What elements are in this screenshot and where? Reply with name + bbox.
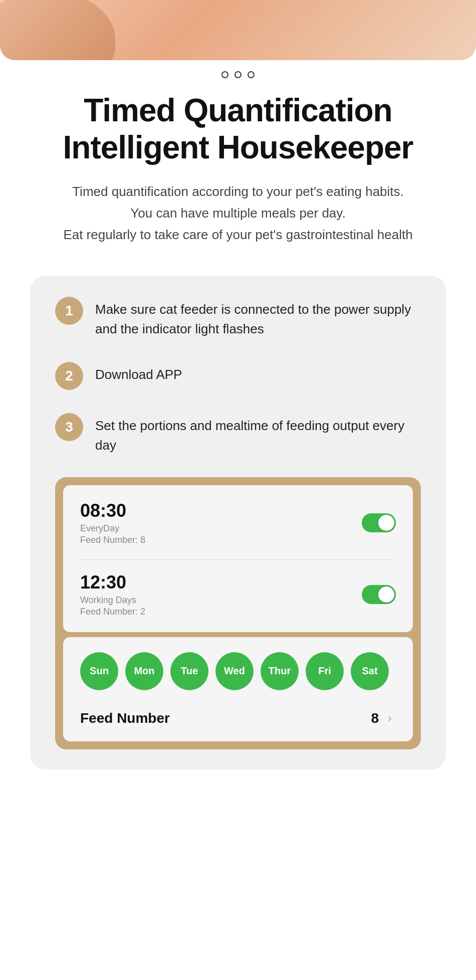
dots-indicator (0, 60, 476, 87)
day-wed[interactable]: Wed (215, 652, 254, 690)
schedule-entry-2-info: 12:30 Working Days Feed Number: 2 (80, 572, 362, 617)
step-2-text: Download APP (95, 361, 182, 384)
schedule-entry-1: 08:30 EveryDay Feed Number: 8 (80, 500, 396, 545)
step-3-circle: 3 (55, 413, 83, 441)
step-1: 1 Make sure cat feeder is connected to t… (55, 296, 421, 339)
schedule-entry-1-info: 08:30 EveryDay Feed Number: 8 (80, 500, 362, 545)
main-card: 1 Make sure cat feeder is connected to t… (30, 276, 446, 769)
schedule-divider (80, 559, 396, 560)
schedule-entry-2-time: 12:30 (80, 572, 362, 593)
feed-number-value-row: 8 › (371, 710, 396, 726)
schedule-entry-1-time: 08:30 (80, 500, 362, 521)
hero-title: Timed Quantification Intelligent Houseke… (30, 92, 446, 166)
dot-2 (234, 71, 242, 78)
day-thur[interactable]: Thur (261, 652, 299, 690)
dot-1 (221, 71, 228, 78)
top-hero-image (0, 0, 476, 60)
schedule-entry-2-toggle[interactable] (362, 585, 396, 604)
feed-number-label: Feed Number (80, 710, 170, 726)
days-row: Sun Mon Tue Wed Thur Fri Sat (80, 652, 396, 690)
day-mon[interactable]: Mon (125, 652, 163, 690)
dot-3 (248, 71, 255, 78)
step-1-circle: 1 (55, 297, 83, 325)
toggle-1-knob (378, 515, 394, 531)
schedule-entry-1-repeat: EveryDay (80, 523, 362, 534)
step-2: 2 Download APP (55, 361, 421, 390)
hero-section: Timed Quantification Intelligent Houseke… (0, 87, 476, 261)
chevron-right-icon: › (384, 712, 396, 724)
schedule-entry-1-feed: Feed Number: 8 (80, 535, 362, 545)
schedule-outer-card: 08:30 EveryDay Feed Number: 8 12:30 Work… (55, 477, 421, 749)
days-feed-card: Sun Mon Tue Wed Thur Fri Sat (63, 637, 413, 741)
day-tue[interactable]: Tue (170, 652, 208, 690)
step-3-text: Set the portions and mealtime of feeding… (95, 412, 421, 455)
step-1-text: Make sure cat feeder is connected to the… (95, 296, 421, 339)
step-3: 3 Set the portions and mealtime of feedi… (55, 412, 421, 455)
schedule-entry-2-feed: Feed Number: 2 (80, 607, 362, 617)
hero-subtitle: Timed quantification according to your p… (30, 181, 446, 246)
day-fri[interactable]: Fri (306, 652, 344, 690)
feed-number-row[interactable]: Feed Number 8 › (80, 705, 396, 726)
schedule-entries-card: 08:30 EveryDay Feed Number: 8 12:30 Work… (63, 485, 413, 632)
schedule-entry-1-toggle[interactable] (362, 513, 396, 532)
feed-number-value: 8 (371, 710, 379, 726)
schedule-entry-2: 12:30 Working Days Feed Number: 2 (80, 572, 396, 617)
day-sat[interactable]: Sat (351, 652, 389, 690)
step-2-circle: 2 (55, 362, 83, 390)
toggle-2-knob (378, 586, 394, 603)
schedule-entry-2-repeat: Working Days (80, 595, 362, 606)
day-sun[interactable]: Sun (80, 652, 118, 690)
